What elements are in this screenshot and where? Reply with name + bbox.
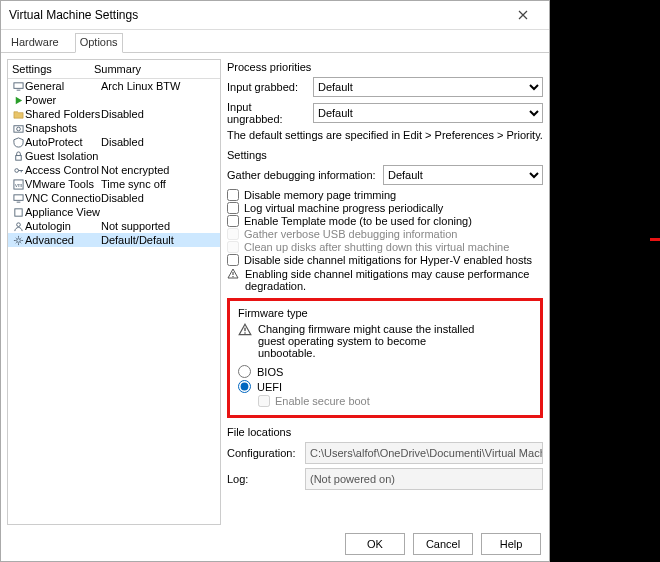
- svg-rect-12: [232, 276, 233, 277]
- settings-item-name: VNC Connections: [25, 192, 101, 204]
- firmware-type-group: Firmware type Changing firmware might ca…: [227, 298, 543, 418]
- firmware-warning: Changing firmware might cause the instal…: [258, 323, 478, 359]
- close-icon: [518, 10, 528, 20]
- tab-options[interactable]: Options: [75, 33, 123, 53]
- folder-icon: [11, 109, 25, 120]
- settings-item-name: Power: [25, 94, 101, 106]
- settings-item-guest-isolation[interactable]: Guest Isolation: [8, 149, 220, 163]
- help-button[interactable]: Help: [481, 533, 541, 555]
- svg-rect-14: [244, 332, 245, 333]
- cb-disable-mem-trim[interactable]: [227, 189, 239, 201]
- title-bar: Virtual Machine Settings: [1, 1, 549, 30]
- svg-rect-13: [244, 328, 245, 332]
- log-field[interactable]: (Not powered on): [305, 468, 543, 490]
- gear-icon: [11, 235, 25, 246]
- settings-item-summary: Not encrypted: [101, 164, 217, 176]
- settings-item-summary: Disabled: [101, 108, 217, 120]
- settings-item-snapshots[interactable]: Snapshots: [8, 121, 220, 135]
- settings-item-autoprotect[interactable]: AutoProtectDisabled: [8, 135, 220, 149]
- power-icon: [11, 95, 25, 106]
- gather-debug-select[interactable]: Default: [383, 165, 543, 185]
- settings-item-name: Access Control: [25, 164, 101, 176]
- tab-hardware[interactable]: Hardware: [7, 34, 63, 52]
- vm-icon: vm: [11, 179, 25, 190]
- settings-item-access-control[interactable]: Access ControlNot encrypted: [8, 163, 220, 177]
- ok-button[interactable]: OK: [345, 533, 405, 555]
- col-summary: Summary: [90, 60, 220, 78]
- settings-list: Settings Summary GeneralArch Linux BTWPo…: [7, 59, 221, 525]
- section-settings: Settings: [227, 149, 543, 161]
- camera-icon: [11, 123, 25, 134]
- settings-item-power[interactable]: Power: [8, 93, 220, 107]
- window-title: Virtual Machine Settings: [9, 1, 138, 29]
- section-process-priorities: Process priorities: [227, 61, 543, 73]
- input-ungrabbed-label: Input ungrabbed:: [227, 101, 307, 125]
- cancel-button[interactable]: Cancel: [413, 533, 473, 555]
- lock-icon: [11, 151, 25, 162]
- gather-debug-label: Gather debugging information:: [227, 169, 377, 181]
- settings-item-name: Guest Isolation: [25, 150, 101, 162]
- settings-item-vmware-tools[interactable]: vmVMware ToolsTime sync off: [8, 177, 220, 191]
- svg-rect-11: [232, 272, 233, 275]
- svg-rect-7: [13, 194, 22, 200]
- settings-item-name: Shared Folders: [25, 108, 101, 120]
- sidechannel-warning: Enabling side channel mitigations may ca…: [245, 268, 543, 292]
- settings-item-name: General: [25, 80, 101, 92]
- user-icon: [11, 221, 25, 232]
- config-field[interactable]: C:\Users\alfof\OneDrive\Documenti\Virtua…: [305, 442, 543, 464]
- warning-icon: [227, 268, 239, 280]
- cb-disable-sidechannel-label: Disable side channel mitigations for Hyp…: [244, 254, 532, 266]
- box-icon: [11, 207, 25, 218]
- shield-icon: [11, 137, 25, 148]
- settings-item-name: Autologin: [25, 220, 101, 232]
- radio-bios[interactable]: [238, 365, 251, 378]
- cb-template-mode-label: Enable Template mode (to be used for clo…: [244, 215, 472, 227]
- cb-template-mode[interactable]: [227, 215, 239, 227]
- svg-point-4: [14, 168, 18, 172]
- section-firmware: Firmware type: [238, 307, 532, 319]
- settings-item-general[interactable]: GeneralArch Linux BTW: [8, 79, 220, 93]
- close-button[interactable]: [505, 1, 541, 29]
- settings-item-summary: Arch Linux BTW: [101, 80, 217, 92]
- settings-item-name: AutoProtect: [25, 136, 101, 148]
- settings-item-vnc-connections[interactable]: VNC ConnectionsDisabled: [8, 191, 220, 205]
- radio-bios-label: BIOS: [257, 366, 283, 378]
- input-ungrabbed-select[interactable]: Default: [313, 103, 543, 123]
- svg-text:vm: vm: [15, 182, 23, 188]
- settings-item-name: VMware Tools: [25, 178, 101, 190]
- log-label: Log:: [227, 473, 299, 485]
- settings-item-summary: Default/Default: [101, 234, 217, 246]
- warning-icon: [238, 323, 252, 339]
- vm-settings-dialog: Virtual Machine Settings Hardware Option…: [0, 0, 550, 562]
- cb-disable-sidechannel[interactable]: [227, 254, 239, 266]
- settings-item-advanced[interactable]: AdvancedDefault/Default: [8, 233, 220, 247]
- cb-verbose-usb-label: Gather verbose USB debugging information: [244, 228, 457, 240]
- settings-item-name: Snapshots: [25, 122, 101, 134]
- settings-item-summary: Disabled: [101, 136, 217, 148]
- radio-uefi-label: UEFI: [257, 381, 282, 393]
- input-grabbed-select[interactable]: Default: [313, 77, 543, 97]
- svg-point-2: [16, 127, 20, 131]
- section-file-locations: File locations: [227, 426, 543, 438]
- dialog-buttons: OK Cancel Help: [345, 533, 541, 555]
- settings-item-summary: Time sync off: [101, 178, 217, 190]
- cb-disable-mem-trim-label: Disable memory page trimming: [244, 189, 396, 201]
- cb-cleanup-disks: [227, 241, 239, 253]
- input-grabbed-label: Input grabbed:: [227, 81, 307, 93]
- cb-secure-boot: [258, 395, 270, 407]
- settings-item-appliance-view[interactable]: Appliance View: [8, 205, 220, 219]
- radio-uefi[interactable]: [238, 380, 251, 393]
- settings-item-summary: Disabled: [101, 192, 217, 204]
- key-icon: [11, 165, 25, 176]
- priority-note: The default settings are specified in Ed…: [227, 129, 543, 141]
- cb-cleanup-disks-label: Clean up disks after shutting down this …: [244, 241, 509, 253]
- monitor-icon: [11, 81, 25, 92]
- cb-log-progress[interactable]: [227, 202, 239, 214]
- monitor-icon: [11, 193, 25, 204]
- settings-item-shared-folders[interactable]: Shared FoldersDisabled: [8, 107, 220, 121]
- settings-item-autologin[interactable]: AutologinNot supported: [8, 219, 220, 233]
- svg-point-10: [16, 238, 20, 242]
- cb-log-progress-label: Log virtual machine progress periodicall…: [244, 202, 443, 214]
- svg-point-9: [16, 222, 20, 226]
- settings-detail: Process priorities Input grabbed: Defaul…: [227, 59, 543, 525]
